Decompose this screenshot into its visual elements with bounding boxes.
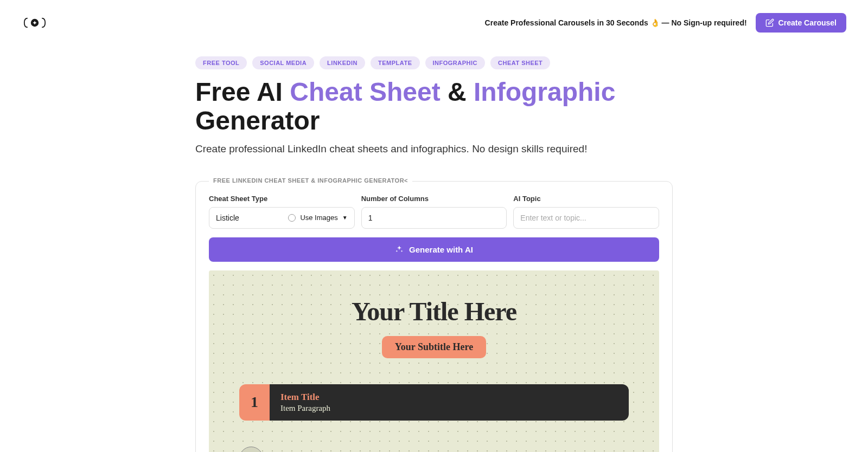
use-images-toggle[interactable] <box>288 214 296 222</box>
edit-icon <box>765 18 774 27</box>
tag: LINKEDIN <box>320 56 365 69</box>
page-subtitle: Create professional LinkedIn cheat sheet… <box>195 143 673 155</box>
cheat-sheet-type-select[interactable]: Listicle Use Images ▼ <box>209 207 355 229</box>
preview-title[interactable]: Your Title Here <box>239 296 629 326</box>
tag: CHEAT SHEET <box>490 56 550 69</box>
panel-label: FREE LINKEDIN CHEAT SHEET & INFOGRAPHIC … <box>209 177 412 184</box>
header-tagline: Create Professional Carousels in 30 Seco… <box>485 18 747 27</box>
chevron-down-icon: ▼ <box>342 215 348 221</box>
avatar <box>239 447 263 452</box>
columns-select[interactable]: 1 <box>361 207 507 229</box>
preview-subtitle[interactable]: Your Subtitle Here <box>382 336 486 358</box>
tag: TEMPLATE <box>371 56 419 69</box>
item-paragraph: Item Paragraph <box>280 404 618 413</box>
ai-topic-input[interactable] <box>513 207 659 229</box>
page-title: Free AI Cheat Sheet & Infographic Genera… <box>195 78 673 135</box>
cheat-sheet-type-label: Cheat Sheet Type <box>209 195 355 203</box>
preview-item-card[interactable]: 1 Item Title Item Paragraph <box>239 384 629 421</box>
ai-topic-label: AI Topic <box>513 195 659 203</box>
generator-panel: FREE LINKEDIN CHEAT SHEET & INFOGRAPHIC … <box>195 181 673 452</box>
preview-author[interactable]: Your Name Here <box>239 447 333 452</box>
tag: SOCIAL MEDIA <box>252 56 314 69</box>
create-carousel-button[interactable]: Create Carousel <box>756 13 846 33</box>
tag: FREE TOOL <box>195 56 247 69</box>
item-number: 1 <box>239 384 270 421</box>
tag-list: FREE TOOL SOCIAL MEDIA LINKEDIN TEMPLATE… <box>195 56 673 69</box>
preview-canvas: Your Title Here Your Subtitle Here 1 Ite… <box>209 270 659 452</box>
item-title: Item Title <box>280 392 618 403</box>
generate-with-ai-button[interactable]: Generate with AI <box>209 237 659 262</box>
logo[interactable] <box>22 16 48 29</box>
sparkle-icon <box>395 245 404 254</box>
columns-label: Number of Columns <box>361 195 507 203</box>
tag: INFOGRAPHIC <box>425 56 486 69</box>
